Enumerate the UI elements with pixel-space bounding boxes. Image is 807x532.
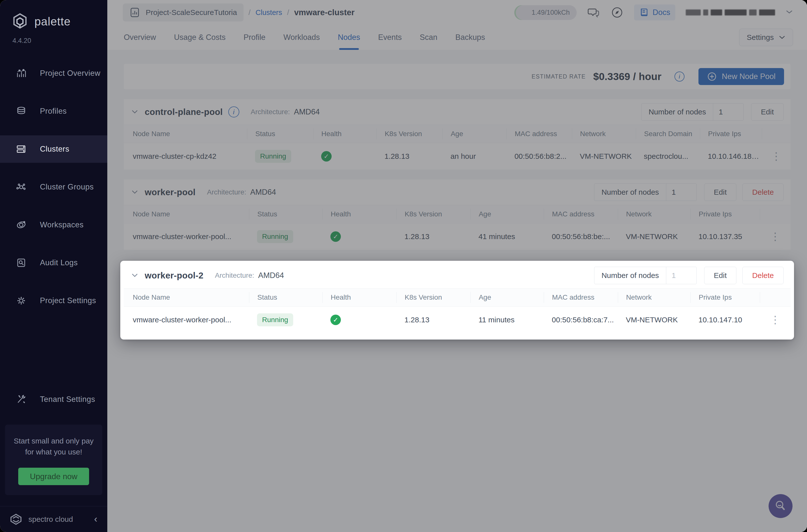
col-status: Status: [249, 292, 323, 303]
promo-message: Start small and only pay for what you us…: [13, 436, 95, 457]
tools-icon: [16, 394, 26, 405]
audit-log-icon: [16, 258, 26, 268]
sidebar-item-label: Profiles: [40, 107, 67, 116]
sidebar-item-label: Cluster Groups: [40, 183, 94, 191]
sidebar-item-workspaces[interactable]: Workspaces: [0, 211, 107, 239]
upgrade-now-button[interactable]: Upgrade now: [18, 468, 89, 485]
col-age: Age: [470, 292, 544, 303]
sidebar-item-label: Project Overview: [40, 69, 100, 78]
palette-logo-icon: [12, 13, 28, 30]
sidebar-nav: Project Overview Profiles Clusters Clust…: [0, 60, 107, 325]
health-cell: ✓: [323, 315, 397, 325]
pool-worker-2-highlighted: worker-pool-2 Architecture: AMD64 Number…: [120, 261, 794, 340]
private-ips-cell: 10.10.147.10: [691, 316, 760, 324]
brand-name: palette: [34, 15, 71, 28]
col-health: Health: [323, 292, 397, 303]
sidebar-item-cluster-groups[interactable]: Cluster Groups: [0, 173, 107, 201]
edit-pool-button[interactable]: Edit: [704, 267, 737, 284]
col-private-ips: Private Ips: [691, 292, 760, 303]
spectro-cloud-logo-icon: [10, 513, 22, 526]
spectro-cloud-label: spectro cloud: [29, 515, 73, 524]
sidebar-item-tenant-settings[interactable]: Tenant Settings: [0, 386, 107, 413]
network-icon: [16, 182, 26, 192]
col-node-name: Node Name: [124, 292, 249, 303]
architecture-value: AMD64: [258, 271, 284, 280]
number-of-nodes-label: Number of nodes: [594, 267, 666, 284]
network-cell: VM-NETWORK: [618, 316, 691, 324]
upgrade-promo: Start small and only pay for what you us…: [5, 424, 102, 495]
sidebar-item-label: Tenant Settings: [40, 395, 95, 404]
node-name-cell: vmware-cluster-worker-pool...: [124, 316, 249, 324]
sidebar-item-profiles[interactable]: Profiles: [0, 97, 107, 125]
orbit-icon: [16, 220, 26, 230]
number-of-nodes-box: Number of nodes 1: [594, 267, 696, 284]
palette-logo: palette: [0, 0, 107, 30]
health-ok-icon: ✓: [330, 315, 341, 325]
sidebar-item-audit-logs[interactable]: Audit Logs: [0, 249, 107, 277]
bar-chart-icon: [16, 68, 26, 78]
architecture-label: Architecture:: [215, 271, 254, 280]
k8s-version-cell: 1.28.13: [397, 316, 471, 324]
app-version: 4.4.20: [0, 30, 107, 45]
table-header-row: Node Name Status Health K8s Version Age …: [124, 288, 790, 307]
sidebar-item-label: Workspaces: [40, 221, 84, 229]
sidebar-collapse-icon[interactable]: ‹: [94, 514, 97, 525]
clusters-icon: [16, 144, 26, 154]
pool-name: worker-pool-2: [145, 270, 203, 281]
status-cell: Running: [249, 314, 323, 326]
sidebar-footer: spectro cloud ‹: [0, 506, 107, 532]
sidebar-item-label: Clusters: [40, 145, 69, 154]
col-k8s-version: K8s Version: [397, 292, 471, 303]
sidebar-item-label: Audit Logs: [40, 258, 78, 267]
col-mac: MAC address: [544, 292, 618, 303]
sidebar-item-label: Project Settings: [40, 296, 96, 305]
age-cell: 11 minutes: [470, 316, 544, 324]
layers-icon: [16, 106, 26, 116]
sidebar-item-project-settings[interactable]: Project Settings: [0, 287, 107, 315]
app-window: palette 4.4.20 Project Overview Profiles…: [0, 0, 807, 532]
col-network: Network: [618, 292, 691, 303]
table-row: vmware-cluster-worker-pool... Running ✓ …: [124, 307, 790, 333]
col-actions: [760, 292, 790, 303]
number-of-nodes-value[interactable]: 1: [666, 267, 696, 284]
row-kebab-menu-icon[interactable]: ⋮: [767, 315, 783, 325]
sidebar-item-project-overview[interactable]: Project Overview: [0, 60, 107, 87]
gear-icon: [16, 296, 26, 306]
sidebar: palette 4.4.20 Project Overview Profiles…: [0, 0, 107, 532]
collapse-chevron-icon[interactable]: [131, 273, 138, 278]
delete-pool-button[interactable]: Delete: [742, 267, 784, 284]
status-badge: Running: [257, 314, 293, 326]
mac-cell: 00:50:56:b8:ca:7...: [544, 316, 618, 324]
sidebar-item-clusters[interactable]: Clusters: [0, 135, 107, 163]
